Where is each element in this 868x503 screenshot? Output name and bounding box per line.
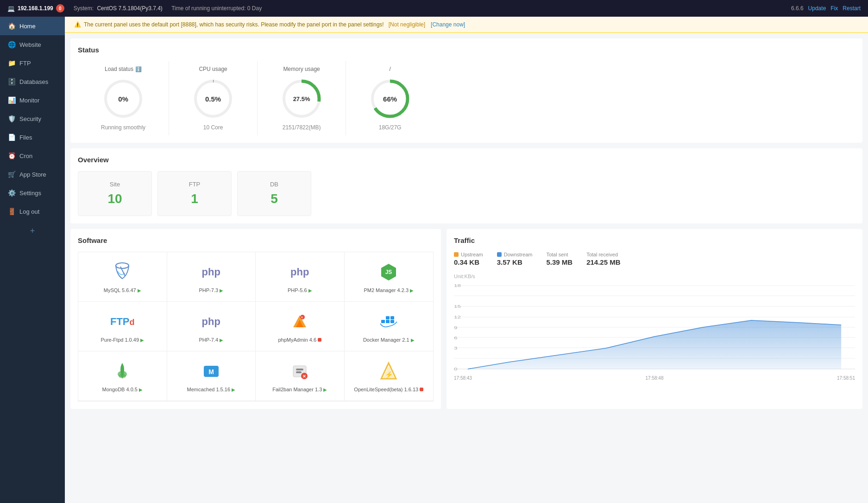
- files-icon: 📄: [7, 134, 16, 141]
- fail2ban-icon: ✕: [288, 360, 311, 383]
- sidebar-item-appstore[interactable]: 🛒 App Store: [0, 165, 65, 184]
- svg-text:0: 0: [454, 367, 457, 371]
- sidebar-label-security: Security: [19, 115, 41, 122]
- gauge-cpu-sub: 10 Core: [203, 124, 223, 131]
- total-received-label: Total received: [586, 252, 620, 257]
- software-pm2[interactable]: JS PM2 Manager 4.2.3 ▶: [345, 252, 434, 302]
- sidebar-item-ftp[interactable]: 📁 FTP: [0, 54, 65, 72]
- downstream-stat: Downstream 3.57 KB: [497, 252, 533, 266]
- openlitespeed-name: OpenLiteSpeed(beta) 1.6.13: [354, 387, 423, 392]
- sidebar-label-ftp: FTP: [19, 60, 31, 67]
- status-title: Status: [78, 46, 855, 54]
- appstore-icon: 🛒: [7, 171, 16, 178]
- gauge-load-sub: Running smoothly: [101, 124, 145, 131]
- sidebar-item-home[interactable]: 🏠 Home: [0, 17, 65, 35]
- mysql-name: MySQL 5.6.47 ▶: [104, 287, 141, 293]
- x-label-1: 17:58:48: [646, 376, 664, 381]
- overview-card-ftp[interactable]: FTP 1: [157, 171, 232, 216]
- svg-text:18: 18: [454, 283, 461, 287]
- software-php56[interactable]: php PHP-5.6 ▶: [256, 252, 345, 302]
- databases-icon: 🗄️: [7, 78, 16, 85]
- sidebar-item-security[interactable]: 🛡️ Security: [0, 109, 65, 128]
- downstream-legend-dot: [497, 252, 502, 257]
- x-label-0: 17:58:43: [454, 376, 472, 381]
- sidebar: 🏠 Home 🌐 Website 📁 FTP 🗄️ Databases 📊 Mo…: [0, 17, 65, 503]
- mongo-name: MongoDB 4.0.5 ▶: [102, 387, 143, 392]
- sidebar-item-databases[interactable]: 🗄️ Databases: [0, 72, 65, 91]
- system-info: System: CentOS 7.5.1804(Py3.7.4) Time of…: [74, 5, 262, 12]
- card-value-site: 10: [97, 191, 133, 206]
- card-label-ftp: FTP: [176, 181, 213, 188]
- sidebar-label-cron: Cron: [19, 153, 32, 159]
- gauges-row: Load status ℹ️ 0% Running smoothly CPU u…: [78, 61, 855, 135]
- settings-icon: ⚙️: [7, 189, 16, 197]
- upstream-legend-dot: [454, 252, 459, 257]
- alert-bar: ⚠️ The current panel uses the default po…: [65, 17, 868, 33]
- overview-cards: Site 10 FTP 1 DB 5: [78, 171, 855, 216]
- sidebar-item-logout[interactable]: 🚪 Log out: [0, 202, 65, 221]
- svg-text:12: 12: [454, 315, 461, 319]
- overview-card-site[interactable]: Site 10: [78, 171, 152, 216]
- svg-text:✕: ✕: [301, 316, 303, 319]
- software-mongo[interactable]: MongoDB 4.0.5 ▶: [78, 351, 167, 401]
- svg-text:15: 15: [454, 304, 461, 308]
- php74-icon: php: [200, 310, 223, 333]
- gauge-memory: Memory usage 27.5% 2151/7822(MB): [258, 61, 346, 135]
- card-value-db: 5: [256, 191, 292, 206]
- total-sent-label: Total sent: [546, 252, 572, 257]
- sidebar-label-logout: Log out: [19, 208, 39, 215]
- svg-text:M: M: [208, 368, 214, 376]
- software-docker[interactable]: Docker Manager 2.1 ▶: [345, 302, 434, 351]
- overview-title: Overview: [78, 156, 855, 164]
- upstream-label: Upstream: [454, 252, 483, 257]
- total-received-stat: Total received 214.25 MB: [586, 252, 620, 266]
- sidebar-item-settings[interactable]: ⚙️ Settings: [0, 184, 65, 202]
- alert-message: The current panel uses the default port …: [84, 21, 384, 28]
- sidebar-item-monitor[interactable]: 📊 Monitor: [0, 91, 65, 109]
- status-section: Status Load status ℹ️ 0% Running smoothl…: [70, 38, 862, 143]
- ip-address: 192.168.1.199: [18, 5, 53, 12]
- software-mysql[interactable]: MySQL 5.6.47 ▶: [78, 252, 167, 302]
- openlitespeed-icon: ⚡: [377, 360, 400, 383]
- card-value-ftp: 1: [176, 191, 213, 206]
- sidebar-label-files: Files: [19, 134, 32, 141]
- gauge-cpu-circle: 0.5%: [192, 78, 234, 120]
- sidebar-item-cron[interactable]: ⏰ Cron: [0, 146, 65, 165]
- total-sent-stat: Total sent 5.39 MB: [546, 252, 572, 266]
- software-ftpd[interactable]: FTPd Pure-Ftpd 1.0.49 ▶: [78, 302, 167, 351]
- gauge-disk-label: /: [389, 66, 390, 72]
- software-phpmyadmin[interactable]: ✕ phpMyAdmin 4.6: [256, 302, 345, 351]
- sidebar-item-website[interactable]: 🌐 Website: [0, 35, 65, 54]
- home-icon: 🏠: [7, 22, 16, 30]
- sidebar-add-button[interactable]: +: [0, 221, 65, 242]
- memcached-icon: M: [200, 360, 223, 383]
- php56-icon: php: [288, 261, 311, 284]
- software-fail2ban[interactable]: ✕ Fail2ban Manager 1.3 ▶: [256, 351, 345, 401]
- overview-card-db[interactable]: DB 5: [237, 171, 311, 216]
- svg-text:3: 3: [454, 346, 457, 350]
- security-icon: 🛡️: [7, 115, 16, 122]
- svg-rect-15: [390, 320, 394, 323]
- logout-icon: 🚪: [7, 208, 16, 215]
- fix-link[interactable]: Fix: [830, 5, 838, 12]
- software-php73[interactable]: php PHP-7.3 ▶: [167, 252, 256, 302]
- gauge-cpu-label: CPU usage: [199, 66, 227, 72]
- gauge-disk-circle: 66%: [369, 78, 411, 120]
- software-php74[interactable]: php PHP-7.4 ▶: [167, 302, 256, 351]
- software-openlitespeed[interactable]: ⚡ OpenLiteSpeed(beta) 1.6.13: [345, 351, 434, 401]
- svg-text:9: 9: [454, 325, 457, 330]
- ftpd-name: Pure-Ftpd 1.0.49 ▶: [101, 337, 144, 343]
- docker-name: Docker Manager 2.1 ▶: [363, 337, 415, 343]
- chart-unit-label: Unit:KB/s: [454, 274, 855, 279]
- sidebar-item-files[interactable]: 📄 Files: [0, 128, 65, 146]
- gauge-cpu-value: 0.5%: [205, 95, 221, 103]
- software-memcached[interactable]: M Memcached 1.5.16 ▶: [167, 351, 256, 401]
- update-link[interactable]: Update: [808, 5, 826, 12]
- svg-text:JS: JS: [385, 269, 392, 275]
- php56-name: PHP-5.6 ▶: [288, 287, 312, 293]
- restart-link[interactable]: Restart: [843, 5, 861, 12]
- alert-action[interactable]: [Change now]: [431, 21, 465, 28]
- sidebar-label-settings: Settings: [19, 190, 41, 197]
- software-section: Software MySQL 5.: [70, 229, 441, 409]
- gauge-disk: / 66% 18G/27G: [346, 61, 434, 135]
